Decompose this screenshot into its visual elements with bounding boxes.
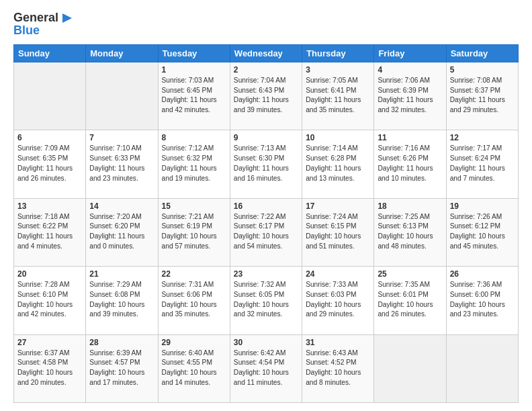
day-info-line: Sunset: 6:03 PM <box>306 291 356 298</box>
day-cell: 14Sunrise: 7:20 AMSunset: 6:20 PMDayligh… <box>86 198 158 266</box>
day-cell <box>446 334 518 402</box>
day-info: Sunrise: 7:24 AMSunset: 6:15 PMDaylight:… <box>306 212 370 252</box>
day-cell: 17Sunrise: 7:24 AMSunset: 6:15 PMDayligh… <box>302 198 374 266</box>
day-info-line: Sunset: 6:41 PM <box>306 87 356 94</box>
day-info: Sunrise: 7:09 AMSunset: 6:35 PMDaylight:… <box>17 144 82 183</box>
logo: General Blue <box>13 11 75 38</box>
day-cell: 26Sunrise: 7:36 AMSunset: 6:00 PMDayligh… <box>446 267 518 334</box>
day-info-line: Sunset: 6:33 PM <box>89 154 140 162</box>
day-info-line: Sunset: 6:17 PM <box>234 222 284 230</box>
day-cell <box>86 62 158 130</box>
day-info-line: Sunset: 6:19 PM <box>162 222 212 230</box>
header-wednesday: Wednesday <box>230 44 302 62</box>
day-info-line: Daylight: 11 hours and 32 minutes. <box>378 96 433 113</box>
day-number: 30 <box>234 338 298 347</box>
day-cell: 23Sunrise: 7:32 AMSunset: 6:05 PMDayligh… <box>230 267 302 334</box>
logo-triangle-icon <box>60 11 75 26</box>
day-info-line: Daylight: 10 hours and 11 minutes. <box>234 369 289 386</box>
day-info-line: Sunset: 4:55 PM <box>162 359 212 366</box>
header: General Blue <box>13 11 519 38</box>
day-info-line: Daylight: 10 hours and 8 minutes. <box>306 369 361 386</box>
day-cell: 18Sunrise: 7:25 AMSunset: 6:13 PMDayligh… <box>374 198 446 266</box>
day-info-line: Sunrise: 7:03 AM <box>162 77 214 84</box>
day-info-line: Sunset: 6:26 PM <box>378 154 428 162</box>
day-info-line: Daylight: 10 hours and 26 minutes. <box>378 301 433 318</box>
day-cell: 10Sunrise: 7:14 AMSunset: 6:28 PMDayligh… <box>302 130 374 198</box>
day-info: Sunrise: 7:10 AMSunset: 6:33 PMDaylight:… <box>89 144 154 183</box>
day-info-line: Daylight: 10 hours and 42 minutes. <box>17 301 73 318</box>
day-info-line: Daylight: 11 hours and 29 minutes. <box>450 96 505 113</box>
day-info-line: Sunrise: 7:25 AM <box>378 213 430 220</box>
day-info-line: Sunset: 6:01 PM <box>378 291 428 298</box>
day-cell: 19Sunrise: 7:26 AMSunset: 6:12 PMDayligh… <box>446 198 518 266</box>
day-info-line: Sunset: 4:57 PM <box>89 359 140 366</box>
header-thursday: Thursday <box>302 44 374 62</box>
day-info: Sunrise: 7:13 AMSunset: 6:30 PMDaylight:… <box>234 144 298 183</box>
day-info-line: Sunrise: 7:09 AM <box>17 144 70 152</box>
day-cell: 30Sunrise: 6:42 AMSunset: 4:54 PMDayligh… <box>230 334 302 402</box>
day-info-line: Daylight: 11 hours and 39 minutes. <box>234 96 289 113</box>
day-number: 22 <box>162 269 226 279</box>
day-info: Sunrise: 7:33 AMSunset: 6:03 PMDaylight:… <box>306 280 370 320</box>
day-info-line: Sunset: 6:32 PM <box>162 154 212 162</box>
day-info-line: Daylight: 10 hours and 29 minutes. <box>306 301 361 318</box>
day-cell: 21Sunrise: 7:29 AMSunset: 6:08 PMDayligh… <box>86 267 158 334</box>
day-info: Sunrise: 7:32 AMSunset: 6:05 PMDaylight:… <box>234 280 298 320</box>
day-info-line: Sunset: 6:30 PM <box>234 154 284 162</box>
day-info: Sunrise: 7:04 AMSunset: 6:43 PMDaylight:… <box>234 76 298 116</box>
day-info-line: Sunrise: 7:31 AM <box>162 281 214 288</box>
day-info: Sunrise: 7:35 AMSunset: 6:01 PMDaylight:… <box>378 280 442 320</box>
day-cell: 5Sunrise: 7:08 AMSunset: 6:37 PMDaylight… <box>446 62 518 130</box>
day-number: 31 <box>306 338 370 347</box>
day-info-line: Sunrise: 6:39 AM <box>89 349 142 357</box>
day-info: Sunrise: 7:03 AMSunset: 6:45 PMDaylight:… <box>162 76 226 116</box>
day-info-line: Daylight: 10 hours and 39 minutes. <box>89 301 144 318</box>
day-info: Sunrise: 7:18 AMSunset: 6:22 PMDaylight:… <box>17 212 82 252</box>
day-number: 9 <box>234 133 298 142</box>
day-info-line: Daylight: 11 hours and 42 minutes. <box>162 96 217 113</box>
day-cell: 31Sunrise: 6:43 AMSunset: 4:52 PMDayligh… <box>302 334 374 402</box>
day-info-line: Daylight: 10 hours and 45 minutes. <box>450 232 505 250</box>
week-row-4: 20Sunrise: 7:28 AMSunset: 6:10 PMDayligh… <box>14 267 519 334</box>
day-info-line: Sunrise: 7:33 AM <box>306 281 358 288</box>
day-info-line: Daylight: 11 hours and 26 minutes. <box>17 165 73 182</box>
day-info-line: Sunset: 6:28 PM <box>306 154 356 162</box>
day-info-line: Daylight: 11 hours and 16 minutes. <box>234 165 289 182</box>
day-info-line: Sunrise: 7:12 AM <box>162 144 214 152</box>
day-number: 20 <box>17 269 82 279</box>
day-cell: 16Sunrise: 7:22 AMSunset: 6:17 PMDayligh… <box>230 198 302 266</box>
day-info: Sunrise: 7:31 AMSunset: 6:06 PMDaylight:… <box>162 280 226 320</box>
weekday-header-row: SundayMondayTuesdayWednesdayThursdayFrid… <box>14 44 519 62</box>
day-info: Sunrise: 7:29 AMSunset: 6:08 PMDaylight:… <box>89 280 154 320</box>
day-number: 1 <box>162 65 226 75</box>
day-info-line: Sunset: 6:00 PM <box>450 291 500 298</box>
day-number: 11 <box>378 133 442 142</box>
day-info-line: Sunset: 4:54 PM <box>234 359 284 366</box>
day-number: 15 <box>162 201 226 211</box>
day-info-line: Sunrise: 7:06 AM <box>378 77 430 84</box>
day-info-line: Daylight: 11 hours and 23 minutes. <box>89 165 144 182</box>
day-cell: 12Sunrise: 7:17 AMSunset: 6:24 PMDayligh… <box>446 130 518 198</box>
day-cell: 24Sunrise: 7:33 AMSunset: 6:03 PMDayligh… <box>302 267 374 334</box>
day-info-line: Daylight: 10 hours and 48 minutes. <box>378 232 433 250</box>
day-info-line: Sunrise: 7:05 AM <box>306 77 358 84</box>
day-info-line: Daylight: 10 hours and 57 minutes. <box>162 232 217 250</box>
day-info-line: Sunset: 6:20 PM <box>89 222 140 230</box>
day-info: Sunrise: 7:26 AMSunset: 6:12 PMDaylight:… <box>450 212 515 252</box>
day-number: 12 <box>450 133 515 142</box>
day-info-line: Sunset: 6:10 PM <box>17 291 68 298</box>
day-info-line: Sunrise: 7:28 AM <box>17 281 70 288</box>
day-info: Sunrise: 7:17 AMSunset: 6:24 PMDaylight:… <box>450 144 515 183</box>
day-info-line: Sunrise: 6:37 AM <box>17 349 70 357</box>
day-number: 18 <box>378 201 442 211</box>
day-cell: 29Sunrise: 6:40 AMSunset: 4:55 PMDayligh… <box>158 334 230 402</box>
day-info: Sunrise: 7:25 AMSunset: 6:13 PMDaylight:… <box>378 212 442 252</box>
day-cell: 15Sunrise: 7:21 AMSunset: 6:19 PMDayligh… <box>158 198 230 266</box>
day-info-line: Daylight: 10 hours and 32 minutes. <box>234 301 289 318</box>
day-cell: 25Sunrise: 7:35 AMSunset: 6:01 PMDayligh… <box>374 267 446 334</box>
day-number: 28 <box>89 338 154 347</box>
day-info-line: Daylight: 11 hours and 4 minutes. <box>17 232 73 250</box>
day-info-line: Sunset: 6:22 PM <box>17 222 68 230</box>
day-info-line: Daylight: 10 hours and 54 minutes. <box>234 232 289 250</box>
svg-marker-0 <box>62 13 72 23</box>
